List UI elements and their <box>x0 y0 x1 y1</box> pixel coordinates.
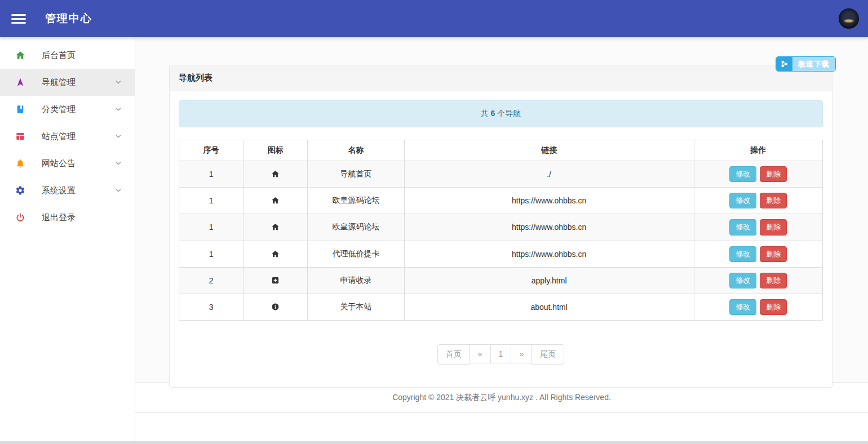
table-row: 1欧皇源码论坛https://www.ohbbs.cn修改删除 <box>179 214 823 241</box>
main-content: 极速下载 导航列表 共 6 个导航 序号图标名称链接操作 1导航首页./修改删除… <box>135 37 868 444</box>
sidebar-item-nav-management[interactable]: 导航管理 <box>0 69 135 96</box>
row-number: 1 <box>179 188 243 214</box>
sidebar-item-site-announcement[interactable]: 网站公告 <box>0 150 135 177</box>
pagination: 首页«1»尾页 <box>179 344 823 365</box>
delete-button[interactable]: 删除 <box>760 246 787 262</box>
share-nodes-icon <box>776 57 792 71</box>
panel-header: 导航列表 <box>170 65 832 91</box>
chevron-down-icon <box>114 187 122 194</box>
sidebar-menu: 后台首页导航管理分类管理站点管理网站公告系统设置退出登录 <box>0 42 135 231</box>
home-icon <box>15 50 26 61</box>
nav-name: 代理低价提卡 <box>308 241 404 267</box>
home-icon <box>271 223 280 232</box>
home-icon <box>271 170 280 179</box>
top-navbar: 管理中心 <box>0 0 868 37</box>
column-header: 图标 <box>243 140 308 161</box>
panel-title: 导航列表 <box>179 73 212 82</box>
sidebar: 后台首页导航管理分类管理站点管理网站公告系统设置退出登录 <box>0 37 135 444</box>
nav-table: 序号图标名称链接操作 1导航首页./修改删除1欧皇源码论坛https://www… <box>179 140 823 321</box>
sidebar-item-label: 后台首页 <box>42 50 122 61</box>
nav-name: 欧皇源码论坛 <box>308 214 404 241</box>
count-alert: 共 6 个导航 <box>179 100 823 127</box>
first-page-button[interactable]: 首页 <box>437 344 470 365</box>
table-row: 1欧皇源码论坛https://www.ohbbs.cn修改删除 <box>179 188 823 214</box>
info-circle-icon <box>271 303 280 312</box>
nav-name: 导航首页 <box>308 161 404 188</box>
nav-name: 申请收录 <box>308 267 404 294</box>
location-arrow-icon <box>15 77 26 88</box>
delete-button[interactable]: 删除 <box>760 299 787 315</box>
table-header-row: 序号图标名称链接操作 <box>179 140 823 161</box>
menu-toggle-icon[interactable] <box>0 0 37 37</box>
edit-button[interactable]: 修改 <box>729 273 756 288</box>
column-header: 操作 <box>694 140 822 161</box>
app-title: 管理中心 <box>45 11 92 26</box>
delete-button[interactable]: 删除 <box>760 193 787 208</box>
row-number: 1 <box>179 214 243 241</box>
row-number: 1 <box>179 161 243 188</box>
content-area: 极速下载 导航列表 共 6 个导航 序号图标名称链接操作 1导航首页./修改删除… <box>135 37 868 382</box>
panel-body: 共 6 个导航 序号图标名称链接操作 1导航首页./修改删除1欧皇源码论坛htt… <box>170 91 832 387</box>
nav-link: https://www.ohbbs.cn <box>404 214 694 241</box>
window-icon <box>15 131 26 142</box>
row-number: 1 <box>179 241 243 267</box>
column-header: 序号 <box>179 140 243 161</box>
netdisk-download-button[interactable]: 极速下载 <box>776 56 836 72</box>
chevron-down-icon <box>114 78 122 86</box>
table-row: 1导航首页./修改删除 <box>179 161 823 188</box>
sidebar-item-logout[interactable]: 退出登录 <box>0 204 135 231</box>
edit-button[interactable]: 修改 <box>729 246 756 262</box>
page-1-button[interactable]: 1 <box>490 344 512 363</box>
prev-page-button[interactable]: « <box>470 344 491 363</box>
sidebar-item-site-management[interactable]: 站点管理 <box>0 123 135 150</box>
delete-button[interactable]: 删除 <box>760 219 787 235</box>
nav-name: 欧皇源码论坛 <box>308 188 404 214</box>
nav-name: 关于本站 <box>308 294 404 320</box>
nav-link: ./ <box>404 161 694 188</box>
sidebar-item-category-management[interactable]: 分类管理 <box>0 96 135 123</box>
nav-link: apply.html <box>404 267 694 294</box>
next-page-button[interactable]: » <box>511 344 532 363</box>
sidebar-item-system-settings[interactable]: 系统设置 <box>0 177 135 204</box>
plus-square-icon <box>271 276 280 285</box>
nav-link: https://www.ohbbs.cn <box>404 241 694 267</box>
bell-icon <box>15 158 26 169</box>
sidebar-item-label: 分类管理 <box>42 104 114 115</box>
sidebar-item-label: 网站公告 <box>42 158 114 169</box>
row-number: 3 <box>179 294 243 320</box>
below-footer-area <box>135 413 868 444</box>
sidebar-item-backend-home[interactable]: 后台首页 <box>0 42 135 69</box>
edit-button[interactable]: 修改 <box>729 219 756 235</box>
row-number: 2 <box>179 267 243 294</box>
copyright-text: Copyright © 2021 决裁者云呼 yunhu.xyz . All R… <box>392 393 611 403</box>
table-row: 1代理低价提卡https://www.ohbbs.cn修改删除 <box>179 241 823 267</box>
power-icon <box>15 212 26 223</box>
sidebar-item-label: 系统设置 <box>42 185 114 196</box>
column-header: 名称 <box>308 140 404 161</box>
delete-button[interactable]: 删除 <box>760 273 787 288</box>
table-row: 3关于本站about.html修改删除 <box>179 294 823 320</box>
sidebar-item-label: 退出登录 <box>42 212 122 223</box>
delete-button[interactable]: 删除 <box>760 166 787 182</box>
edit-button[interactable]: 修改 <box>729 299 756 315</box>
netdisk-label: 极速下载 <box>792 57 835 71</box>
nav-list-panel: 导航列表 共 6 个导航 序号图标名称链接操作 1导航首页./修改删除1欧皇源码… <box>169 65 832 388</box>
gear-icon <box>15 185 26 196</box>
last-page-button[interactable]: 尾页 <box>532 344 564 365</box>
table-row: 2申请收录apply.html修改删除 <box>179 267 823 294</box>
chevron-down-icon <box>114 159 122 167</box>
user-avatar[interactable] <box>839 8 859 29</box>
column-header: 链接 <box>404 140 694 161</box>
home-icon <box>271 196 280 205</box>
sidebar-item-label: 站点管理 <box>42 131 114 142</box>
sidebar-item-label: 导航管理 <box>42 77 114 88</box>
edit-button[interactable]: 修改 <box>729 193 756 208</box>
book-icon <box>15 104 26 115</box>
home-icon <box>271 250 280 259</box>
edit-button[interactable]: 修改 <box>729 166 756 182</box>
bottom-strip <box>0 441 868 444</box>
nav-link: about.html <box>404 294 694 320</box>
nav-link: https://www.ohbbs.cn <box>404 188 694 214</box>
chevron-down-icon <box>114 105 122 113</box>
chevron-down-icon <box>114 132 122 140</box>
